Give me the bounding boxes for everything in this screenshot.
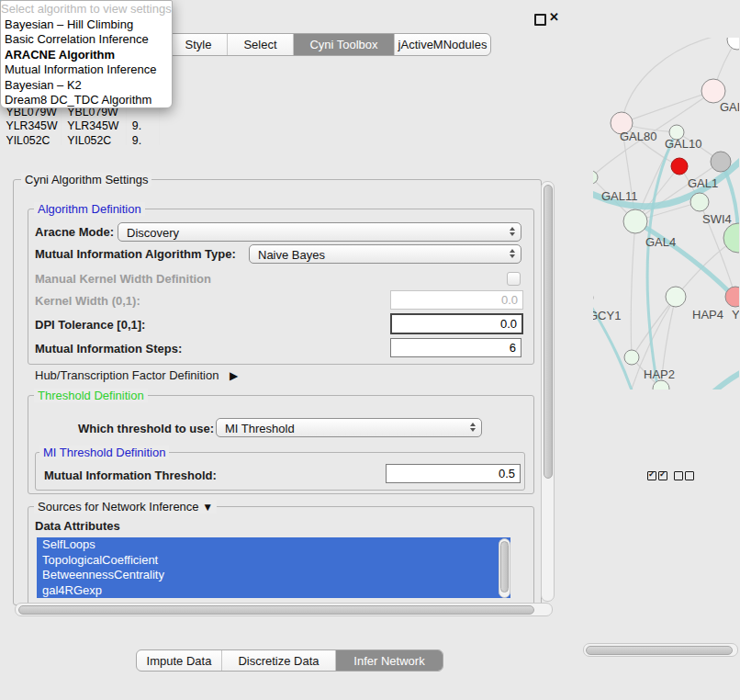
dpi-tolerance-label: DPI Tolerance [0,1]: [35, 318, 145, 332]
select-all-checkbox-icon[interactable] [658, 471, 667, 480]
node-label: GCY1 [593, 309, 621, 322]
attribute-item-selected[interactable]: BetweennessCentrality [37, 568, 510, 583]
float-window-icon[interactable] [534, 14, 546, 26]
expander-down-icon: ▼ [202, 501, 213, 514]
tab-select[interactable]: Select [227, 34, 293, 55]
network-node[interactable] [711, 152, 731, 172]
data-attributes-label: Data Attributes [35, 519, 120, 533]
cyni-settings-group-title: Cyni Algorithm Settings [21, 173, 151, 186]
network-edge [622, 91, 713, 123]
table-row[interactable]: YLR345WYLR345W9. [1, 119, 160, 133]
algorithm-option[interactable]: Bayesian – K2 [1, 78, 172, 93]
select-all-checkbox-icon[interactable] [647, 471, 656, 480]
aracne-mode-label: Aracne Mode: [35, 225, 114, 239]
mi-threshold-group-title: MI Threshold Definition [39, 446, 169, 459]
settings-vertical-scrollbar[interactable] [541, 181, 555, 602]
mi-steps-field[interactable]: 6 [390, 338, 521, 357]
network-edge-thick [678, 361, 739, 390]
which-threshold-label: Which threshold to use: [78, 422, 214, 435]
manual-kernel-checkbox[interactable] [507, 272, 521, 286]
tab-impute-data[interactable]: Impute Data [137, 650, 221, 672]
tab-label: Cyni Toolbox [309, 34, 377, 55]
sources-title-text: Sources for Network Inference [38, 500, 199, 514]
node-label: GAL11 [601, 189, 638, 203]
tab-label: Style [185, 34, 212, 55]
node-label: HAP4 [692, 308, 723, 322]
app-canvas: Control Panel ✕ NetworkStyleSelectCyni T… [0, 0, 740, 700]
node-label: SWI4 [702, 212, 732, 226]
attribute-item-selected[interactable]: TopologicalCoefficient [37, 553, 510, 569]
node-label: Y [732, 308, 739, 322]
table-horizontal-scrollbar[interactable] [583, 643, 738, 657]
network-edge [631, 221, 635, 357]
which-threshold-value: MI Threshold [225, 422, 295, 435]
tab-style[interactable]: Style [169, 34, 227, 55]
algorithm-popup-prompt: Select algorithm to view settings [1, 1, 172, 17]
attribute-item-selected[interactable]: gal4RGexp [37, 583, 510, 599]
node-label: GAL [720, 100, 739, 114]
algorithm-dropdown-popup: Select algorithm to view settings Bayesi… [0, 0, 173, 108]
sources-group-title[interactable]: Sources for Network Inference ▼ [34, 500, 217, 514]
tab-label: jActiveMNodules [398, 34, 488, 55]
aracne-mode-combo[interactable]: Discovery [118, 222, 521, 242]
hub-expander[interactable]: Hub/Transcription Factor Definition ▶ [35, 368, 238, 382]
table-cell: YLR345W [62, 119, 127, 133]
tab-infer-network[interactable]: Infer Network [335, 650, 443, 672]
attribute-item-selected[interactable]: SelfLoops [37, 537, 510, 553]
network-node[interactable] [727, 38, 739, 50]
network-node[interactable] [671, 158, 688, 175]
algorithm-option[interactable]: Bayesian – Hill Climbing [1, 17, 172, 32]
network-node[interactable] [653, 380, 669, 390]
table-row[interactable]: YIL052CYIL052C9. [1, 133, 160, 145]
mi-threshold-field[interactable]: 0.5 [386, 464, 521, 483]
mi-type-value: Naive Bayes [258, 248, 325, 262]
node-label: GAL4 [645, 235, 676, 249]
data-attributes-list: SelfLoopsTopologicalCoefficientBetweenne… [37, 537, 510, 598]
table-cell: YLR345W [1, 119, 62, 133]
deselect-all-checkbox-icon[interactable] [685, 471, 694, 480]
cyni-bottom-tabbar: Impute DataDiscretize DataInfer Network [136, 649, 443, 672]
network-node[interactable] [666, 287, 686, 307]
table-cell: 9. [126, 133, 159, 145]
table-cell: YIL052C [1, 133, 62, 145]
which-threshold-combo[interactable]: MI Threshold [216, 418, 482, 437]
close-icon[interactable]: ✕ [549, 10, 559, 24]
table-cell: 9. [126, 119, 159, 133]
attribute-list-scrollbar[interactable] [499, 538, 510, 598]
node-label: HAP2 [644, 367, 675, 381]
tab-cyni-toolbox[interactable]: Cyni Toolbox [293, 34, 394, 55]
tab-discretize-data[interactable]: Discretize Data [221, 650, 335, 672]
network-canvas[interactable]: GALGAL80GAL10GAL1GAL11SWI4GAL4GCY1HAP4YH… [593, 38, 739, 390]
dpi-tolerance-field[interactable]: 0.0 [390, 313, 523, 334]
threshold-definition-title: Threshold Definition [34, 389, 148, 402]
table-cell: YIL052C [62, 133, 127, 145]
settings-horizontal-scrollbar[interactable] [15, 603, 553, 616]
tab-label: Select [243, 34, 276, 55]
combo-spinner-icon [470, 423, 476, 432]
manual-kernel-label: Manual Kernel Width Definition [35, 272, 211, 286]
combo-spinner-icon [510, 227, 515, 236]
tab-label: Discretize Data [238, 650, 319, 672]
network-node[interactable] [723, 223, 739, 253]
network-node[interactable] [624, 350, 639, 365]
node-label: GAL10 [665, 137, 701, 151]
network-node[interactable] [623, 209, 647, 233]
algorithm-option[interactable]: Dream8 DC_TDC Algorithm [1, 93, 172, 107]
aracne-mode-value: Discovery [127, 226, 179, 240]
node-label: GAL1 [688, 176, 718, 190]
combo-spinner-icon [510, 249, 515, 258]
algorithm-option[interactable]: Mutual Information Inference [1, 62, 172, 77]
tab-label: Impute Data [147, 650, 212, 672]
tab-jactivemnodules[interactable]: jActiveMNodules [394, 34, 490, 55]
expander-right-icon: ▶ [230, 369, 238, 382]
tab-label: Infer Network [353, 650, 424, 672]
network-node[interactable] [690, 193, 709, 211]
kernel-width-label: Kernel Width (0,1): [35, 294, 140, 308]
hub-expander-label: Hub/Transcription Factor Definition [35, 368, 219, 382]
algorithm-option[interactable]: ARACNE Algorithm [1, 48, 172, 62]
mi-type-combo[interactable]: Naive Bayes [249, 244, 521, 264]
algorithm-option[interactable]: Basic Correlation Inference [1, 32, 172, 47]
deselect-all-checkbox-icon[interactable] [674, 471, 683, 480]
kernel-width-field[interactable]: 0.0 [390, 290, 523, 310]
algorithm-definition-title: Algorithm Definition [34, 202, 145, 216]
